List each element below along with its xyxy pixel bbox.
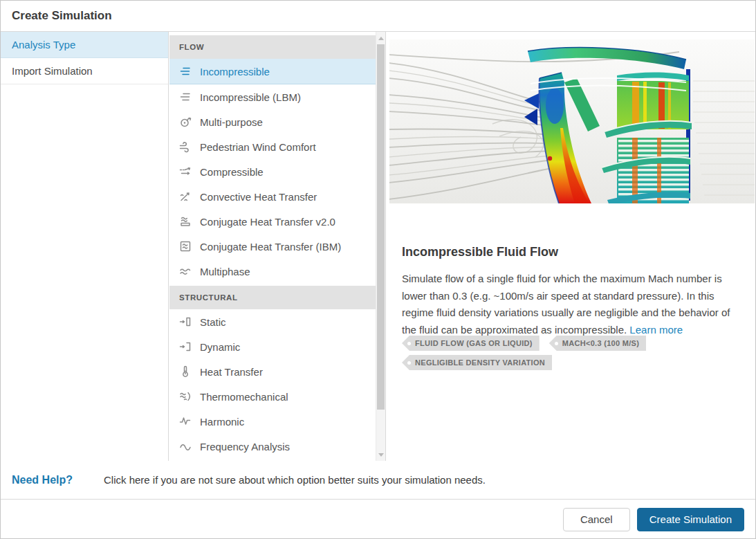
multi-purpose-icon (178, 115, 192, 129)
tag-mach-0-3-100-m-s: MACH<0.3 (100 M/S) (549, 336, 646, 351)
analysis-type-item-multiphase[interactable]: Multiphase (169, 259, 376, 284)
scrollbar-down-arrow-icon[interactable] (376, 450, 386, 459)
list-section-header-flow: FLOW (169, 35, 376, 59)
analysis-type-label: Static (200, 316, 226, 328)
analysis-type-item-compressible[interactable]: Compressible (169, 159, 376, 184)
detail-panel: Incompressible Fluid Flow Simulate flow … (386, 32, 755, 461)
wind-icon (178, 140, 192, 154)
tag-fluid-flow-gas-or-liquid: FLUID FLOW (GAS OR LIQUID) (402, 336, 540, 351)
static-icon (178, 315, 192, 329)
cht-v2-icon (178, 214, 192, 228)
sidebar-item-analysis-type[interactable]: Analysis Type (1, 32, 168, 58)
flow-lines-icon (178, 90, 192, 104)
analysis-detail-description: Simulate flow of a single fluid for whic… (402, 271, 741, 338)
need-help-text: Click here if you are not sure about whi… (104, 474, 486, 486)
analysis-type-label: Multi-purpose (200, 116, 263, 128)
harmonic-icon (178, 414, 192, 428)
analysis-type-item-dynamic[interactable]: Dynamic (169, 334, 376, 359)
analysis-type-item-conjugate-heat-transfer-ibm[interactable]: Conjugate Heat Transfer (IBM) (169, 234, 376, 259)
scrollbar-thumb[interactable] (377, 44, 385, 410)
help-bar: Need Help? Click here if you are not sur… (1, 461, 755, 500)
sine-wave-icon (178, 439, 192, 453)
analysis-nav-sidebar: Analysis TypeImport Simulation (1, 32, 169, 461)
analysis-type-item-thermomechanical[interactable]: Thermomechanical (169, 384, 376, 409)
analysis-type-label: Harmonic (200, 416, 244, 428)
analysis-type-label: Incompressible (200, 66, 270, 77)
cht-ibm-icon (178, 239, 192, 253)
convective-icon (178, 190, 192, 203)
sidebar-item-import-simulation[interactable]: Import Simulation (1, 58, 168, 84)
analysis-type-label: Incompressible (LBM) (200, 91, 301, 103)
create-simulation-dialog: Create Simulation Analysis TypeImport Si… (0, 0, 756, 539)
cancel-button[interactable]: Cancel (563, 508, 630, 531)
dialog-footer: Cancel Create Simulation (1, 500, 755, 538)
analysis-type-item-harmonic[interactable]: Harmonic (169, 409, 376, 434)
analysis-type-list: FLOWIncompressibleIncompressible (LBM)Mu… (169, 32, 386, 461)
analysis-type-label: Convective Heat Transfer (200, 191, 317, 203)
analysis-type-label: Dynamic (200, 341, 240, 353)
dialog-body: Analysis TypeImport Simulation FLOWIncom… (1, 32, 755, 461)
tag-negligible-density-variation: NEGLIGIBLE DENSITY VARIATION (402, 355, 552, 370)
thermomechanical-icon (178, 390, 192, 403)
analysis-type-label: Multiphase (200, 266, 250, 277)
list-scrollbar[interactable] (376, 32, 385, 461)
list-section-header-structural: STRUCTURAL (169, 286, 376, 309)
flow-lines-icon (178, 64, 192, 78)
analysis-type-item-frequency-analysis[interactable]: Frequency Analysis (169, 434, 376, 459)
analysis-type-label: Frequency Analysis (200, 441, 290, 453)
analysis-type-label: Thermomechanical (200, 391, 288, 403)
analysis-type-item-static[interactable]: Static (169, 309, 376, 334)
analysis-type-label: Conjugate Heat Transfer v2.0 (200, 216, 335, 228)
cfd-preview-image (389, 39, 755, 203)
scrollbar-up-arrow-icon[interactable] (376, 33, 386, 43)
need-help-link[interactable]: Need Help? (12, 474, 104, 486)
analysis-detail-title: Incompressible Fluid Flow (402, 245, 739, 259)
dialog-title: Create Simulation (1, 1, 755, 32)
analysis-type-item-conjugate-heat-transfer-v2-0[interactable]: Conjugate Heat Transfer v2.0 (169, 209, 376, 234)
analysis-type-item-heat-transfer[interactable]: Heat Transfer (169, 359, 376, 384)
analysis-type-item-convective-heat-transfer[interactable]: Convective Heat Transfer (169, 184, 376, 209)
analysis-type-label: Compressible (200, 166, 264, 178)
thermometer-icon (178, 365, 192, 378)
analysis-type-label: Heat Transfer (200, 366, 263, 378)
create-simulation-button[interactable]: Create Simulation (637, 508, 744, 531)
analysis-type-item-pedestrian-wind-comfort[interactable]: Pedestrian Wind Comfort (169, 134, 376, 159)
analysis-tags: FLUID FLOW (GAS OR LIQUID)MACH<0.3 (100 … (402, 336, 748, 374)
analysis-type-item-incompressible-lbm[interactable]: Incompressible (LBM) (169, 84, 376, 109)
learn-more-link[interactable]: Learn more (629, 324, 683, 336)
analysis-type-item-multi-purpose[interactable]: Multi-purpose (169, 109, 376, 134)
dynamic-icon (178, 340, 192, 354)
analysis-type-label: Pedestrian Wind Comfort (200, 141, 316, 153)
multiphase-icon (178, 264, 192, 278)
compressible-arrows-icon (178, 165, 192, 179)
analysis-type-item-incompressible[interactable]: Incompressible (169, 59, 376, 84)
analysis-type-label: Conjugate Heat Transfer (IBM) (200, 241, 341, 253)
